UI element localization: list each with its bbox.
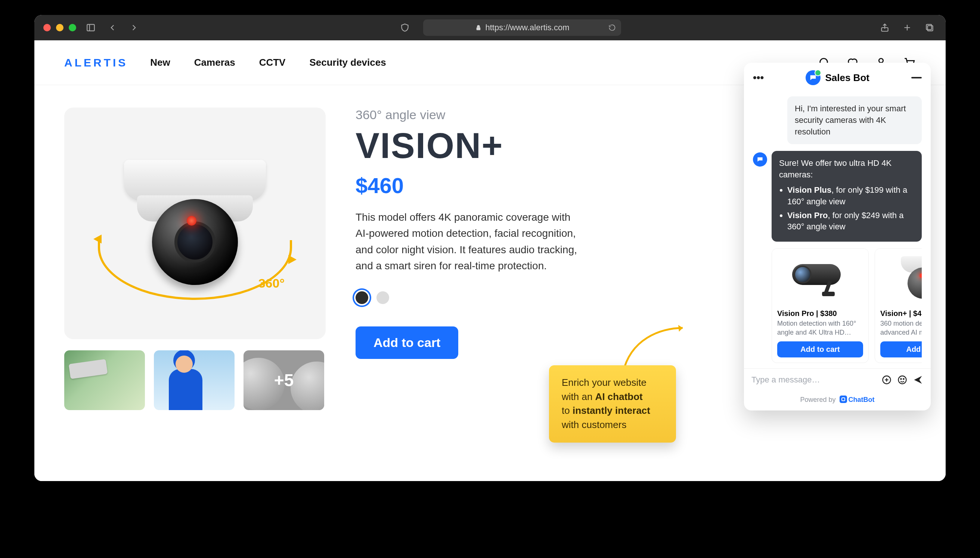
add-attachment-icon[interactable] (882, 374, 892, 385)
user-message: Hi, I'm interested in your smart securit… (787, 96, 922, 144)
chat-minimize-icon[interactable] (911, 77, 922, 79)
dome-camera-illustration: 360° (124, 160, 266, 287)
card-title: Vision+ | $460 (875, 305, 922, 319)
product-detail: 360° angle view VISION+ $460 This model … (356, 108, 624, 410)
swatch-dark[interactable] (356, 291, 368, 304)
card-add-button[interactable]: Add to ca (880, 341, 922, 358)
reload-icon[interactable] (608, 24, 616, 31)
powered-label: Powered by (800, 396, 836, 404)
bot-avatar-icon (806, 70, 821, 85)
chat-input-row (744, 368, 931, 391)
svg-rect-2 (476, 27, 480, 30)
svg-marker-13 (678, 325, 683, 332)
svg-rect-7 (926, 24, 931, 30)
product-price: $460 (356, 173, 624, 198)
svg-rect-6 (928, 26, 933, 31)
bullet-camera-icon (792, 262, 848, 292)
traffic-lights (43, 24, 76, 31)
close-window-icon[interactable] (43, 24, 51, 31)
emoji-icon[interactable] (897, 374, 908, 385)
callout-line4: with customers (562, 419, 626, 430)
bot-intro: Sure! We offer two ultra HD 4K cameras: (779, 158, 892, 179)
card-add-button[interactable]: Add to cart (777, 341, 863, 358)
card-vision-plus[interactable]: Vision+ | $460 360 motion detection adva… (875, 248, 922, 363)
card-desc: Motion detection with 160° angle and 4K … (772, 319, 869, 341)
chat-body: Hi, I'm interested in your smart securit… (744, 93, 931, 368)
forward-button[interactable] (127, 21, 141, 35)
bot-message: Sure! We offer two ultra HD 4K cameras: … (772, 151, 922, 242)
callout-line3b: instantly interact (572, 405, 650, 416)
callout-line3a: to (562, 405, 572, 416)
card-image (772, 249, 869, 305)
angle-label: 360° (259, 276, 285, 290)
address-bar[interactable]: https://www.alertis.com (423, 20, 621, 36)
bot-message-avatar-icon (753, 153, 767, 167)
card-desc: 360 motion detection advanced AI motion … (875, 319, 922, 341)
chat-input[interactable] (751, 375, 876, 385)
brand-logo[interactable]: ALERTIS (64, 56, 128, 69)
thumbnail-more[interactable]: +5 (244, 350, 324, 410)
dome-camera-icon (901, 256, 922, 297)
svg-point-18 (900, 378, 901, 379)
chat-powered-by: Powered by ChatBot (744, 391, 931, 410)
chat-title-text: Sales Bot (825, 72, 869, 84)
offer1-name: Vision Plus (787, 185, 831, 195)
chat-widget: ••• Sales Bot Hi, I'm interested in your… (744, 63, 931, 410)
nav-new[interactable]: New (150, 57, 170, 68)
nav-cameras[interactable]: Cameras (194, 57, 235, 68)
callout-line2a: with an (562, 391, 595, 402)
product-description: This model offers 4K panoramic coverage … (356, 209, 580, 274)
minimize-window-icon[interactable] (56, 24, 64, 31)
browser-window: https://www.alertis.com ALERTIS New Came… (34, 15, 946, 481)
lock-icon (475, 24, 482, 31)
new-tab-icon[interactable] (900, 21, 914, 35)
titlebar: https://www.alertis.com (34, 15, 946, 40)
color-swatches (356, 291, 624, 304)
marketing-callout: Enrich your website with an AI chatbot t… (549, 365, 676, 443)
card-image (875, 249, 922, 305)
back-button[interactable] (105, 21, 120, 35)
product-cards: Vision Pro | $380 Motion detection with … (753, 248, 922, 363)
product-hero-image[interactable]: 360° (64, 108, 326, 339)
nav-security[interactable]: Security devices (309, 57, 386, 68)
powered-brand[interactable]: ChatBot (849, 396, 875, 404)
add-to-cart-button[interactable]: Add to cart (356, 327, 458, 359)
zoom-window-icon[interactable] (69, 24, 76, 31)
thumbnail-row: +5 (64, 350, 326, 410)
send-icon[interactable] (913, 374, 923, 385)
svg-point-10 (879, 58, 883, 62)
privacy-shield-icon[interactable] (398, 21, 412, 35)
offer2-name: Vision Pro (787, 211, 828, 220)
main-nav: New Cameras CCTV Security devices (150, 57, 386, 68)
product-subtitle: 360° angle view (356, 108, 624, 122)
svg-point-19 (903, 378, 904, 379)
thumbnail-more-label: +5 (274, 370, 293, 390)
page: ALERTIS New Cameras CCTV Security device… (34, 40, 946, 481)
callout-line1: Enrich your website (562, 377, 646, 388)
nav-cctv[interactable]: CCTV (259, 57, 286, 68)
card-vision-pro[interactable]: Vision Pro | $380 Motion detection with … (772, 248, 869, 363)
chatbot-logo-icon (839, 396, 847, 403)
tabs-overview-icon[interactable] (923, 21, 937, 35)
product-title: VISION+ (356, 125, 624, 166)
product-gallery: 360° +5 (64, 108, 326, 410)
share-icon[interactable] (878, 21, 892, 35)
chat-menu-icon[interactable]: ••• (753, 72, 764, 84)
chat-header: ••• Sales Bot (744, 63, 931, 93)
callout-line2b: AI chatbot (595, 391, 643, 402)
url-text: https://www.alertis.com (485, 23, 570, 33)
thumbnail-2[interactable] (154, 350, 234, 410)
svg-rect-0 (87, 24, 95, 31)
thumbnail-1[interactable] (64, 350, 145, 410)
swatch-light[interactable] (377, 291, 389, 304)
svg-point-17 (898, 376, 906, 384)
card-title: Vision Pro | $380 (772, 305, 869, 319)
sidebar-toggle-icon[interactable] (84, 21, 98, 35)
